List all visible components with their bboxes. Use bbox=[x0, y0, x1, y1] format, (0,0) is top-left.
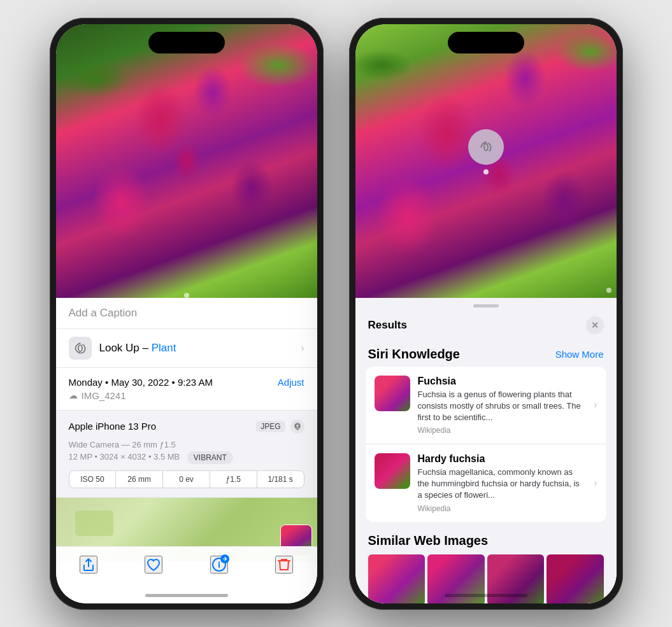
caption-area[interactable]: Add a Caption bbox=[56, 298, 317, 329]
fuchsia-thumbnail bbox=[375, 376, 410, 411]
jpeg-badge: JPEG bbox=[256, 421, 285, 432]
hardy-fuchsia-name: Hardy fuchsia bbox=[418, 453, 587, 465]
exif-shutter: 1/181 s bbox=[257, 471, 304, 488]
exif-row: ISO 50 26 mm 0 ev ƒ1.5 1/181 s bbox=[69, 470, 304, 488]
siri-knowledge-header: Siri Knowledge Show More bbox=[355, 341, 617, 367]
siri-knowledge-title: Siri Knowledge bbox=[368, 347, 460, 362]
exif-focal: 26 mm bbox=[116, 471, 163, 488]
right-phone-inner: Results ✕ Siri Knowledge Show More bbox=[355, 24, 617, 603]
knowledge-card: Fuchsia Fuchsia is a genus of flowering … bbox=[366, 367, 606, 522]
fuchsia-content: Fuchsia Fuchsia is a genus of flowering … bbox=[418, 376, 587, 435]
date-row: Monday • May 30, 2022 • 9:23 AM Adjust bbox=[69, 377, 304, 388]
heart-button[interactable] bbox=[145, 556, 162, 574]
hardy-fuchsia-thumbnail bbox=[375, 453, 410, 489]
filename: IMG_4241 bbox=[82, 390, 126, 401]
left-phone-screen: Add a Caption Look Up – Plant › bbox=[56, 24, 317, 603]
notch bbox=[148, 32, 225, 53]
filename-row: ☁ IMG_4241 bbox=[69, 390, 304, 401]
flower-image-right bbox=[355, 24, 617, 298]
similar-image-4[interactable] bbox=[547, 554, 604, 603]
siri-button[interactable] bbox=[468, 129, 504, 165]
camera-header: Apple iPhone 13 Pro JPEG bbox=[69, 419, 304, 433]
exif-aperture: ƒ1.5 bbox=[210, 471, 257, 488]
badges: JPEG bbox=[256, 419, 304, 433]
hardy-fuchsia-chevron: › bbox=[594, 477, 597, 489]
location-icon bbox=[290, 419, 304, 433]
info-section: Monday • May 30, 2022 • 9:23 AM Adjust ☁… bbox=[56, 368, 317, 411]
results-title: Results bbox=[368, 319, 407, 332]
lookup-row[interactable]: Look Up – Plant › bbox=[56, 329, 317, 368]
results-close-button[interactable]: ✕ bbox=[586, 316, 604, 334]
fuchsia-chevron: › bbox=[594, 399, 597, 411]
similar-title: Similar Web Images bbox=[368, 533, 604, 548]
flower-image-left bbox=[56, 24, 317, 298]
right-phone: Results ✕ Siri Knowledge Show More bbox=[349, 18, 623, 610]
siri-dot bbox=[483, 169, 489, 174]
camera-name: Apple iPhone 13 Pro bbox=[69, 421, 157, 432]
right-notch bbox=[448, 32, 524, 53]
trash-button[interactable] bbox=[275, 556, 293, 574]
svg-point-3 bbox=[484, 143, 488, 150]
fuchsia-name: Fuchsia bbox=[418, 376, 587, 387]
show-more-button[interactable]: Show More bbox=[555, 349, 604, 360]
wide-camera: Wide Camera — 26 mm ƒ1.5 bbox=[69, 439, 304, 451]
svg-point-1 bbox=[296, 424, 299, 427]
vibrant-badge: VIBRANT bbox=[187, 451, 233, 464]
svg-point-0 bbox=[78, 345, 82, 351]
hardy-fuchsia-source: Wikipedia bbox=[418, 504, 587, 513]
knowledge-item-hardy-fuchsia[interactable]: Hardy fuchsia Fuchsia magellanica, commo… bbox=[366, 444, 606, 522]
lookup-chevron: › bbox=[301, 342, 304, 354]
similar-section: Similar Web Images bbox=[355, 527, 617, 603]
share-button[interactable] bbox=[80, 556, 97, 574]
results-header: Results ✕ bbox=[355, 307, 617, 341]
right-home-indicator bbox=[445, 594, 527, 597]
cloud-icon: ☁ bbox=[69, 390, 78, 400]
fuchsia-source: Wikipedia bbox=[418, 426, 587, 435]
right-phone-screen: Results ✕ Siri Knowledge Show More bbox=[355, 24, 617, 603]
info-button[interactable] bbox=[210, 556, 228, 574]
knowledge-item-fuchsia[interactable]: Fuchsia Fuchsia is a genus of flowering … bbox=[366, 367, 606, 445]
lookup-icon bbox=[69, 337, 92, 360]
left-phone-inner: Add a Caption Look Up – Plant › bbox=[56, 24, 317, 603]
camera-details: Wide Camera — 26 mm ƒ1.5 12 MP • 3024 × … bbox=[69, 439, 304, 464]
camera-section: Apple iPhone 13 Pro JPEG bbox=[56, 411, 317, 498]
left-phone: Add a Caption Look Up – Plant › bbox=[50, 18, 324, 610]
home-indicator bbox=[145, 594, 228, 597]
right-dot bbox=[606, 288, 611, 293]
caption-placeholder[interactable]: Add a Caption bbox=[69, 307, 138, 319]
specs-row: 12 MP • 3024 × 4032 • 3.5 MB VIBRANT bbox=[69, 451, 304, 464]
hardy-fuchsia-desc: Fuchsia magellanica, commonly known as t… bbox=[418, 467, 587, 502]
date-text: Monday • May 30, 2022 • 9:23 AM bbox=[69, 377, 213, 388]
adjust-button[interactable]: Adjust bbox=[278, 377, 304, 388]
exif-ev: 0 ev bbox=[163, 471, 210, 488]
fuchsia-desc: Fuchsia is a genus of flowering plants t… bbox=[418, 389, 587, 424]
results-panel: Results ✕ Siri Knowledge Show More bbox=[355, 298, 617, 603]
lookup-text: Look Up – Plant bbox=[99, 342, 176, 355]
hardy-fuchsia-content: Hardy fuchsia Fuchsia magellanica, commo… bbox=[418, 453, 587, 513]
similar-image-1[interactable] bbox=[368, 554, 425, 603]
exif-iso: ISO 50 bbox=[69, 471, 117, 488]
phones-container: Add a Caption Look Up – Plant › bbox=[50, 18, 623, 610]
